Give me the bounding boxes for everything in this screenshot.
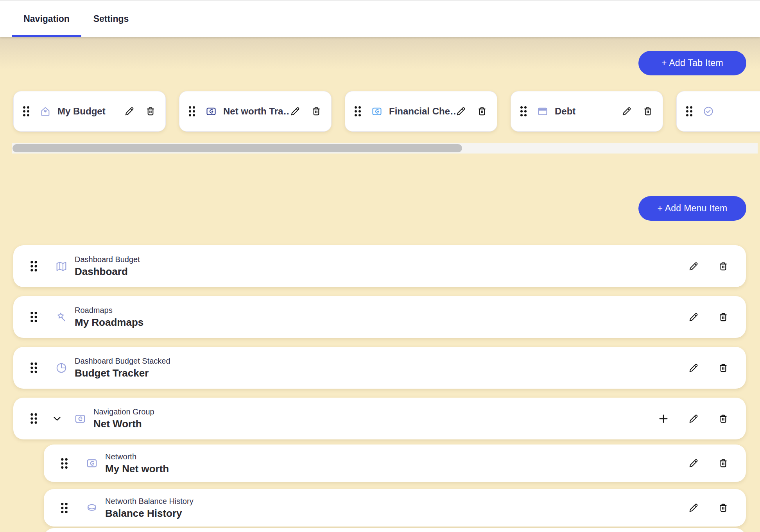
tab-item-debt: Debt — [511, 91, 663, 132]
tab-item-label: My Budget — [57, 106, 106, 117]
row-actions — [688, 312, 729, 323]
menu-item-budget-tracker: Dashboard Budget Stacked Budget Tracker — [13, 347, 746, 389]
horizontal-scrollbar-thumb[interactable] — [13, 144, 462, 152]
edit-icon[interactable] — [688, 362, 699, 373]
menu-item-title: Net Worth — [93, 417, 154, 430]
map-icon — [55, 260, 68, 273]
trash-icon[interactable] — [718, 362, 729, 373]
drag-handle-icon[interactable] — [354, 105, 362, 117]
horizontal-scrollbar-track[interactable] — [12, 143, 758, 154]
chevron-down-icon[interactable] — [52, 414, 62, 424]
tab-item-label: Debt — [555, 106, 575, 117]
drag-handle-icon[interactable] — [30, 362, 38, 374]
add-menu-item-button[interactable]: + Add Menu Item — [638, 196, 746, 221]
tab-navigation-label: Navigation — [23, 14, 70, 24]
menu-item-type: Dashboard Budget — [75, 254, 140, 265]
menu-item-text: Networth Balance History Balance History — [105, 496, 194, 520]
add-tab-item-button[interactable]: + Add Tab Item — [638, 51, 746, 75]
credit-card-icon — [537, 105, 548, 117]
row-actions — [688, 362, 729, 373]
menu-item-balance-history: Networth Balance History Balance History — [44, 489, 746, 527]
trash-icon[interactable] — [718, 502, 729, 513]
menu-item-title: Balance History — [105, 507, 194, 520]
edit-icon[interactable] — [621, 106, 632, 117]
check-circle-icon — [703, 105, 714, 117]
trash-icon[interactable] — [718, 261, 729, 272]
drag-handle-icon[interactable] — [30, 311, 38, 323]
wallet-icon — [205, 105, 217, 117]
menu-item-type: Roadmaps — [75, 305, 143, 316]
menu-item-my-net-worth: Networth My Net worth — [44, 445, 746, 482]
menu-item-title: My Roadmaps — [75, 316, 143, 329]
menu-item-type: Networth Balance History — [105, 496, 194, 507]
drag-handle-icon[interactable] — [188, 105, 196, 117]
edit-icon[interactable] — [688, 502, 699, 513]
menu-item-text: Dashboard Budget Stacked Budget Tracker — [75, 356, 170, 380]
menu-item-dashboard: Dashboard Budget Dashboard — [13, 245, 746, 287]
tab-item-partial — [676, 91, 760, 132]
wallet-icon — [74, 412, 86, 425]
edit-icon[interactable] — [290, 106, 301, 117]
trash-icon[interactable] — [642, 106, 653, 117]
edit-icon[interactable] — [124, 106, 135, 117]
menu-group-net-worth: Navigation Group Net Worth — [13, 398, 746, 439]
drag-handle-icon[interactable] — [22, 105, 30, 117]
trash-icon[interactable] — [145, 106, 156, 117]
tab-settings-label: Settings — [93, 14, 129, 24]
trash-icon[interactable] — [718, 413, 729, 424]
tab-item-label: Financial Che… — [389, 106, 455, 117]
edit-icon[interactable] — [688, 261, 699, 272]
home-heart-icon — [39, 105, 51, 117]
menu-item-my-roadmaps: Roadmaps My Roadmaps — [13, 296, 746, 338]
edit-icon[interactable] — [688, 312, 699, 323]
tab-settings[interactable]: Settings — [81, 1, 141, 37]
menu-item-text: Roadmaps My Roadmaps — [75, 305, 143, 329]
edit-icon[interactable] — [688, 413, 699, 424]
menu-item-type: Dashboard Budget Stacked — [75, 356, 170, 366]
menu-item-type: Networth — [105, 452, 169, 462]
row-actions — [688, 502, 729, 513]
wand-star-icon — [55, 311, 68, 323]
trash-icon[interactable] — [718, 458, 729, 469]
tab-items-row: My Budget Net worth Tra… Financial Che… — [13, 91, 760, 132]
wallet-icon — [86, 457, 98, 470]
drag-handle-icon[interactable] — [520, 105, 527, 117]
trash-icon[interactable] — [718, 312, 729, 323]
add-child-icon[interactable] — [658, 413, 669, 425]
row-actions — [658, 413, 729, 425]
wallet-icon — [371, 105, 383, 117]
menu-item-partial-row — [44, 528, 746, 532]
drag-handle-icon[interactable] — [60, 502, 68, 514]
pie-chart-icon — [55, 362, 68, 374]
menu-item-text: Navigation Group Net Worth — [93, 407, 154, 430]
drag-handle-icon[interactable] — [685, 105, 693, 117]
menu-item-text: Networth My Net worth — [105, 452, 169, 475]
tab-navigation[interactable]: Navigation — [12, 1, 81, 37]
menu-item-text: Dashboard Budget Dashboard — [75, 254, 140, 278]
edit-icon[interactable] — [455, 106, 466, 117]
trash-icon[interactable] — [311, 106, 322, 117]
navigation-editor-content: + Add Tab Item My Budget Net worth Tra… — [0, 36, 760, 532]
page-tabs-bar: Navigation Settings — [0, 0, 760, 37]
edit-icon[interactable] — [688, 458, 699, 469]
menu-item-title: Budget Tracker — [75, 366, 170, 380]
tab-item-label: Net worth Tra… — [223, 106, 290, 117]
drag-handle-icon[interactable] — [30, 412, 38, 425]
coin-icon — [86, 502, 98, 514]
tab-item-my-budget: My Budget — [13, 91, 166, 132]
navigation-settings-page: Navigation Settings + Add Tab Item My Bu… — [0, 0, 760, 532]
row-actions — [688, 458, 729, 469]
menu-item-type: Navigation Group — [93, 407, 154, 417]
trash-icon[interactable] — [477, 106, 488, 117]
tab-item-net-worth-tracker: Net worth Tra… — [179, 91, 332, 132]
tab-item-financial-check: Financial Che… — [345, 91, 497, 132]
menu-item-title: My Net worth — [105, 462, 169, 475]
drag-handle-icon[interactable] — [60, 457, 68, 470]
drag-handle-icon[interactable] — [30, 260, 38, 272]
menu-item-title: Dashboard — [75, 265, 140, 278]
row-actions — [688, 261, 729, 272]
